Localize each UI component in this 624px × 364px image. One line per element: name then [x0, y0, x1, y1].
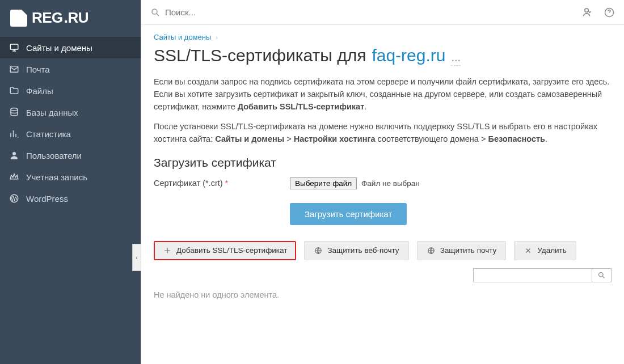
- logo-text-1: REG: [32, 9, 63, 27]
- search-wrap: [150, 7, 575, 18]
- sidebar-item-files[interactable]: Файлы: [0, 80, 141, 101]
- cert-label: Сертификат (*.crt) *: [154, 179, 279, 188]
- svg-point-6: [585, 9, 588, 12]
- intro-paragraph-2: После установки SSL/TLS-сертификата на д…: [154, 121, 612, 146]
- svg-rect-0: [10, 44, 18, 49]
- stats-icon: [9, 129, 19, 139]
- sidebar-item-label: Сайты и домены: [26, 43, 92, 53]
- filter-input[interactable]: [473, 268, 592, 282]
- database-icon: [9, 107, 19, 117]
- sidebar: REG.RU Сайты и домены Почта Файлы Базы д…: [0, 0, 141, 364]
- help-icon[interactable]: [604, 7, 615, 18]
- sidebar-item-stats[interactable]: Статистика: [0, 123, 141, 145]
- logo-badge: [10, 10, 27, 27]
- nav-list: Сайты и домены Почта Файлы Базы данных С…: [0, 37, 141, 209]
- sidebar-item-databases[interactable]: Базы данных: [0, 101, 141, 123]
- svg-point-2: [11, 108, 18, 111]
- main: Сайты и домены › SSL/TLS-сертификаты для…: [141, 0, 624, 364]
- wordpress-icon: [9, 193, 19, 204]
- title-actions-menu[interactable]: ...: [451, 51, 461, 66]
- search-input[interactable]: [165, 7, 575, 17]
- search-icon: [150, 7, 161, 18]
- protect-webmail-label: Защитить веб-почту: [327, 246, 399, 255]
- breadcrumb: Сайты и домены ›: [154, 33, 612, 41]
- sidebar-item-mail[interactable]: Почта: [0, 58, 141, 80]
- sidebar-item-label: WordPress: [26, 194, 68, 204]
- page-title: SSL/TLS-сертификаты для faq-reg.ru ...: [154, 46, 612, 66]
- delete-button[interactable]: Удалить: [514, 241, 576, 260]
- content: Сайты и домены › SSL/TLS-сертификаты для…: [141, 25, 624, 364]
- globe-icon: [314, 246, 323, 255]
- folder-icon: [9, 86, 19, 96]
- upload-cert-button[interactable]: Загрузить сертификат: [290, 203, 407, 225]
- protect-webmail-button[interactable]: Защитить веб-почту: [304, 241, 408, 260]
- add-ssl-label: Добавить SSL/TLS-сертификат: [176, 246, 287, 255]
- svg-point-3: [12, 152, 16, 155]
- sidebar-item-sites[interactable]: Сайты и домены: [0, 37, 141, 58]
- protect-mail-button[interactable]: Защитить почту: [417, 241, 507, 260]
- sidebar-item-account[interactable]: Учетная запись: [0, 166, 141, 188]
- sidebar-item-wordpress[interactable]: WordPress: [0, 188, 141, 209]
- cert-field-row: Сертификат (*.crt) * Выберите файл Файл …: [154, 177, 612, 189]
- monitor-icon: [9, 43, 19, 53]
- sidebar-item-users[interactable]: Пользователи: [0, 145, 141, 166]
- sidebar-item-label: Файлы: [26, 86, 53, 96]
- file-picker: Выберите файл Файл не выбран: [290, 177, 420, 189]
- breadcrumb-root[interactable]: Сайты и домены: [154, 33, 211, 41]
- mail-icon: [9, 64, 19, 74]
- user-icon: [9, 150, 19, 160]
- empty-state: Не найдено ни одного элемента.: [154, 290, 612, 299]
- account-menu[interactable]: [581, 6, 593, 19]
- upload-heading: Загрузить сертификат: [154, 156, 612, 170]
- intro-paragraph-1: Если вы создали запрос на подпись сертиф…: [154, 76, 612, 113]
- filter-search-button[interactable]: [592, 268, 612, 282]
- sidebar-item-label: Статистика: [26, 129, 71, 139]
- action-button-row: Добавить SSL/TLS-сертификат Защитить веб…: [154, 241, 612, 260]
- sidebar-item-label: Базы данных: [26, 108, 78, 117]
- plus-icon: [163, 246, 172, 255]
- title-domain: faq-reg.ru: [372, 46, 445, 65]
- chevron-left-icon: ‹: [136, 255, 137, 261]
- globe-icon: [427, 246, 436, 255]
- svg-point-10: [599, 272, 604, 277]
- choose-file-button[interactable]: Выберите файл: [290, 177, 357, 189]
- file-status: Файл не выбран: [361, 179, 420, 188]
- svg-point-5: [152, 9, 157, 14]
- title-prefix: SSL/TLS-сертификаты для: [154, 46, 366, 65]
- topbar-actions: [581, 6, 615, 19]
- add-ssl-button[interactable]: Добавить SSL/TLS-сертификат: [154, 241, 296, 260]
- collapse-handle[interactable]: ‹: [132, 244, 141, 271]
- sidebar-item-label: Почта: [26, 65, 50, 74]
- required-mark: *: [225, 179, 229, 188]
- logo: REG.RU: [0, 0, 141, 37]
- chevron-right-icon: ›: [216, 34, 218, 41]
- crown-icon: [9, 172, 19, 182]
- logo-text-2: .RU: [64, 9, 88, 27]
- protect-mail-label: Защитить почту: [440, 246, 497, 255]
- sidebar-item-label: Учетная запись: [26, 172, 87, 182]
- close-icon: [524, 246, 533, 255]
- delete-label: Удалить: [537, 246, 567, 255]
- topbar: [141, 0, 624, 25]
- sidebar-item-label: Пользователи: [26, 151, 82, 160]
- filter-row: [154, 268, 612, 282]
